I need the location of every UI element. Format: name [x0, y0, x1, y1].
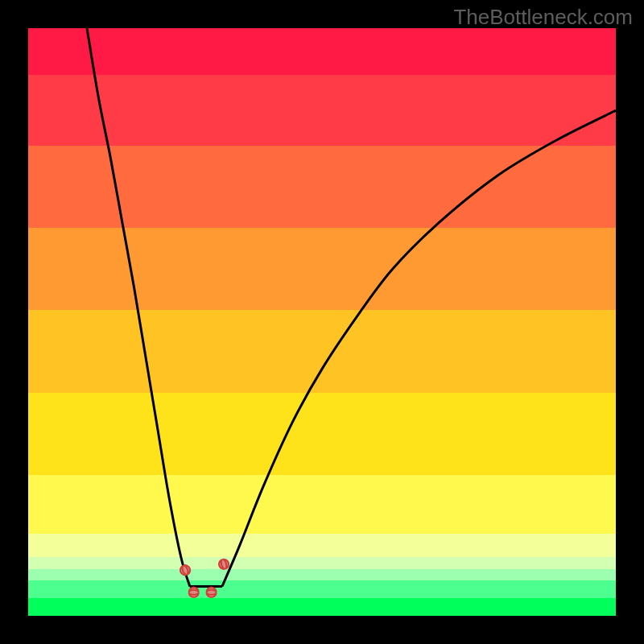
watermark-text: TheBottleneck.com [453, 5, 633, 30]
plot-area [28, 28, 616, 616]
chart-frame: TheBottleneck.com [0, 0, 644, 644]
